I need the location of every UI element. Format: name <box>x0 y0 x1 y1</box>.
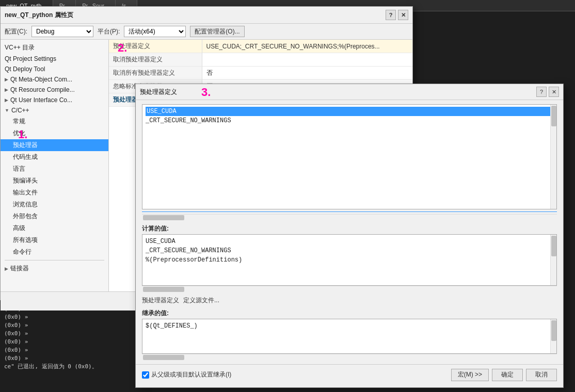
titlebar-buttons: ? ✕ <box>386 10 408 20</box>
inner-titlebar: 预处理器定义 ? ✕ <box>136 84 563 100</box>
prop-name-0: 预处理器定义 <box>109 40 202 53</box>
tree-panel: VC++ 目录 Qt Project Settings Qt Deploy To… <box>1 40 109 291</box>
tree-item-language[interactable]: 语言 <box>1 163 108 175</box>
qt-meta-label: Qt Meta-Object Com... <box>10 76 72 83</box>
inner-dialog-title: 预处理器定义 <box>140 88 177 96</box>
manage-config-button[interactable]: 配置管理器(O)... <box>190 26 244 37</box>
language-label: 语言 <box>13 165 25 173</box>
edit-scrollbar-h[interactable] <box>142 214 557 220</box>
preprocessor-text-edit[interactable]: USE_CUDA _CRT_SECURE_NO_WARNINGS <box>142 104 557 209</box>
preprocessor-section-label: 预处理器定义 <box>142 296 179 305</box>
help-button-outer[interactable]: ? <box>386 10 396 20</box>
linker-label: 链接器 <box>10 264 29 273</box>
prop-row-2[interactable]: 取消所有预处理器定义 否 <box>109 67 412 80</box>
prop-name-2: 取消所有预处理器定义 <box>109 67 202 80</box>
help-button-inner[interactable]: ? <box>536 87 547 97</box>
computed-section: 计算的值: USE_CUDA _CRT_SECURE_NO_WARNINGS %… <box>142 224 557 292</box>
computed-value-1: _CRT_SECURE_NO_WARNINGS <box>146 246 553 255</box>
cmdline-label: 命令行 <box>13 248 31 256</box>
outer-titlebar: new_QT_python 属性页 ? ✕ <box>1 7 412 24</box>
edit-line-1: _CRT_SECURE_NO_WARNINGS <box>146 117 231 124</box>
vc-dir-label: VC++ 目录 <box>5 43 35 52</box>
inner-body: USE_CUDA _CRT_SECURE_NO_WARNINGS 计算的值: U… <box>136 100 563 364</box>
tree-item-qt-ui[interactable]: ▶ Qt User Interface Co... <box>1 95 108 105</box>
config-select[interactable]: Debug <box>31 26 93 37</box>
inner-footer-left: 从父级或项目默认设置继承(I) <box>142 370 231 379</box>
macro-button[interactable]: 宏(M) >> <box>451 369 489 381</box>
inner-footer-right: 宏(M) >> 确定 取消 <box>451 369 557 381</box>
preprocessor-definitions-dialog: 预处理器定义 ? ✕ USE_CUDA _CRT_SECURE_NO_WARNI… <box>135 84 564 388</box>
cancel-button-inner[interactable]: 取消 <box>526 369 557 381</box>
inherit-label-text: 从父级或项目默认设置继承(I) <box>151 370 231 379</box>
computed-values-area: USE_CUDA _CRT_SECURE_NO_WARNINGS %(Prepr… <box>142 234 557 286</box>
tree-item-output[interactable]: 输出文件 <box>1 187 108 199</box>
qt-deploy-label: Qt Deploy Tool <box>5 66 45 73</box>
prop-value-0: USE_CUDA;_CRT_SECURE_NO_WARNINGS;%(Prepr… <box>202 40 412 53</box>
optimize-label: 优化 <box>13 129 25 138</box>
prop-name-1: 取消预处理器定义 <box>109 53 202 67</box>
ide-background: new_QT_pyth... Pr... Pr...Sour... /s... … <box>0 0 575 392</box>
preprocessor-label: 预处理器 <box>13 141 38 150</box>
edit-line-0: USE_CUDA <box>146 107 553 116</box>
outer-dialog-title: new_QT_python 属性页 <box>5 11 73 20</box>
qt-ui-arrow: ▶ <box>5 97 8 103</box>
tree-item-cmdline[interactable]: 命令行 <box>1 246 108 258</box>
cpp-label: C/C++ <box>11 107 29 114</box>
external-label: 外部包含 <box>13 212 38 221</box>
computed-scrollbar-v[interactable] <box>550 235 556 285</box>
tree-item-qt-resource[interactable]: ▶ Qt Resource Compile... <box>1 85 108 95</box>
prop-value-1 <box>202 53 412 67</box>
computed-value-2: %(PreprocessorDefinitions) <box>146 255 553 265</box>
computed-value-0: USE_CUDA <box>146 237 553 246</box>
tree-item-qt-meta[interactable]: ▶ Qt Meta-Object Com... <box>1 74 108 85</box>
inherited-section: 继承的值: $(Qt_DEFINES_) <box>142 309 557 360</box>
inherited-scrollbar-h-thumb <box>143 355 184 360</box>
inner-footer: 从父级或项目默认设置继承(I) 宏(M) >> 确定 取消 <box>136 364 563 385</box>
tree-item-general[interactable]: 常规 <box>1 116 108 127</box>
edit-scrollbar-v[interactable] <box>550 105 556 209</box>
general-label: 常规 <box>13 117 25 126</box>
tree-item-all-options[interactable]: 所有选项 <box>1 234 108 246</box>
config-label: 配置(C): <box>5 27 27 36</box>
computed-scrollbar-h-thumb <box>143 287 184 292</box>
tree-item-precompiled[interactable]: 预编译头 <box>1 175 108 187</box>
inherited-scrollbar-v[interactable] <box>550 319 556 353</box>
inherited-label: 继承的值: <box>142 309 557 318</box>
platform-label: 平台(P): <box>98 27 120 36</box>
platform-select[interactable]: 活动(x64) <box>124 26 186 37</box>
tree-item-vc-dir[interactable]: VC++ 目录 <box>1 42 108 54</box>
inherited-scrollbar-thumb <box>551 320 556 341</box>
output-label: 输出文件 <box>13 188 38 197</box>
inherit-checkbox[interactable] <box>142 371 149 379</box>
computed-scrollbar-thumb <box>551 236 556 256</box>
inherit-checkbox-label[interactable]: 从父级或项目默认设置继承(I) <box>142 370 231 379</box>
tree-item-qt-deploy[interactable]: Qt Deploy Tool <box>1 64 108 74</box>
ok-button-inner[interactable]: 确定 <box>492 369 523 381</box>
prop-row-1[interactable]: 取消预处理器定义 <box>109 53 412 67</box>
tree-item-linker[interactable]: ▶ 链接器 <box>1 263 108 274</box>
computed-label: 计算的值: <box>142 224 557 233</box>
dialog-toolbar: 配置(C): Debug 平台(P): 活动(x64) 配置管理器(O)... <box>1 24 412 40</box>
separator-line <box>142 211 557 212</box>
qt-resource-arrow: ▶ <box>5 87 8 92</box>
tree-item-external[interactable]: 外部包含 <box>1 210 108 222</box>
tree-item-qt-project[interactable]: Qt Project Settings <box>1 54 108 64</box>
qt-meta-arrow: ▶ <box>5 77 8 82</box>
qt-project-label: Qt Project Settings <box>5 55 56 62</box>
close-button-inner[interactable]: ✕ <box>549 87 559 97</box>
qt-resource-label: Qt Resource Compile... <box>10 86 75 93</box>
tree-item-cpp[interactable]: ▼ C/C++ <box>1 105 108 116</box>
inherited-value-0: $(Qt_DEFINES_) <box>146 321 553 331</box>
close-button-outer[interactable]: ✕ <box>398 10 408 20</box>
inherited-values-area: $(Qt_DEFINES_) <box>142 319 557 354</box>
prop-row-0[interactable]: 预处理器定义 USE_CUDA;_CRT_SECURE_NO_WARNINGS;… <box>109 40 412 53</box>
tree-item-browse[interactable]: 浏览信息 <box>1 199 108 210</box>
tree-item-preprocessor[interactable]: 预处理器 <box>1 139 108 151</box>
computed-scrollbar-h[interactable] <box>142 286 557 292</box>
section-links: 预处理器定义 定义源文件... <box>142 296 557 305</box>
tree-item-advanced[interactable]: 高级 <box>1 222 108 234</box>
tree-item-optimize[interactable]: 优化 <box>1 127 108 139</box>
tree-item-codegen[interactable]: 代码生成 <box>1 151 108 163</box>
inherited-scrollbar-h[interactable] <box>142 354 557 360</box>
qt-ui-label: Qt User Interface Co... <box>10 96 72 104</box>
